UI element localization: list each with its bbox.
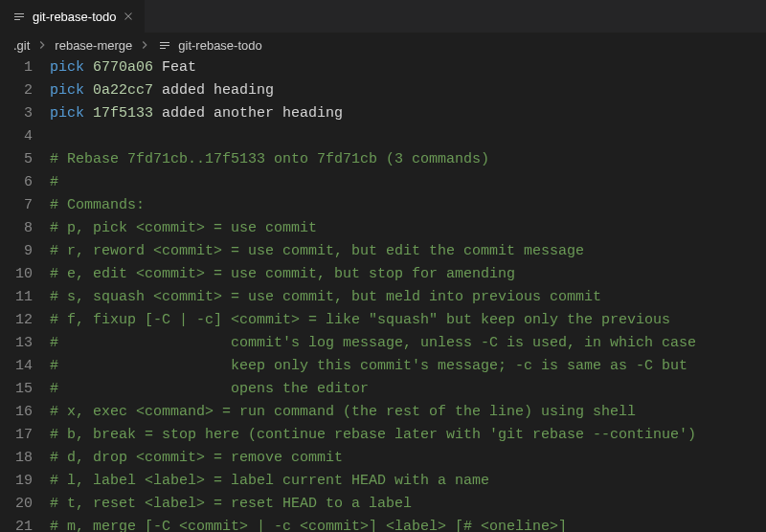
line-number: 18	[0, 447, 33, 470]
rebase-command: pick	[50, 105, 84, 122]
comment-text: # m, merge [-C <commit> | -c <commit>] <…	[50, 519, 567, 532]
code-line[interactable]: # keep only this commit's message; -c is…	[50, 355, 766, 378]
commit-message: Feat	[162, 59, 196, 76]
close-icon[interactable]	[122, 10, 135, 23]
line-number: 13	[0, 332, 33, 355]
code-line[interactable]: # p, pick <commit> = use commit	[50, 217, 766, 240]
code-line[interactable]: # commit's log message, unless -C is use…	[50, 332, 766, 355]
comment-text: # l, label <label> = label current HEAD …	[50, 473, 489, 489]
chevron-right-icon	[35, 38, 49, 52]
comment-text: # r, reword <commit> = use commit, but e…	[50, 243, 584, 259]
code-line[interactable]: # t, reset <label> = reset HEAD to a lab…	[50, 493, 766, 516]
comment-text: # b, break = stop here (continue rebase …	[50, 427, 696, 443]
line-number: 14	[0, 355, 33, 378]
line-number: 17	[0, 424, 33, 447]
comment-text: # f, fixup [-C | -c] <commit> = like "sq…	[50, 312, 670, 328]
editor-content[interactable]: pick 6770a06 Featpick 0a22cc7 added head…	[50, 56, 766, 532]
comment-text: # opens the editor	[50, 381, 369, 397]
editor[interactable]: 123456789101112131415161718192021 pick 6…	[0, 56, 766, 532]
code-line[interactable]: pick 17f5133 added another heading	[50, 102, 766, 125]
commit-hash: 17f5133	[93, 105, 153, 122]
code-line[interactable]: # x, exec <command> = run command (the r…	[50, 401, 766, 424]
code-line[interactable]: pick 6770a06 Feat	[50, 56, 766, 79]
file-icon	[11, 9, 27, 24]
rebase-command: pick	[50, 59, 84, 76]
line-number: 8	[0, 217, 33, 240]
code-line[interactable]: #	[50, 171, 766, 194]
line-number: 6	[0, 171, 33, 194]
line-number: 7	[0, 194, 33, 217]
line-number-gutter: 123456789101112131415161718192021	[0, 56, 50, 532]
chevron-right-icon	[138, 38, 151, 52]
commit-hash: 6770a06	[93, 59, 153, 76]
line-number: 4	[0, 125, 33, 148]
line-number: 16	[0, 401, 33, 424]
comment-text: # s, squash <commit> = use commit, but m…	[50, 289, 601, 305]
code-line[interactable]	[50, 125, 766, 148]
code-line[interactable]: # e, edit <commit> = use commit, but sto…	[50, 263, 766, 286]
line-number: 20	[0, 493, 33, 516]
breadcrumb-item[interactable]: rebase-merge	[55, 38, 132, 53]
code-line[interactable]: # s, squash <commit> = use commit, but m…	[50, 286, 766, 309]
breadcrumb[interactable]: .git rebase-merge git-rebase-todo	[0, 33, 766, 56]
comment-text: # keep only this commit's message; -c is…	[50, 358, 687, 374]
comment-text: # Commands:	[50, 197, 145, 213]
commit-message: added heading	[162, 82, 274, 99]
line-number: 11	[0, 286, 33, 309]
breadcrumb-item[interactable]: .git	[13, 38, 30, 53]
comment-text: #	[50, 174, 58, 190]
code-line[interactable]: # b, break = stop here (continue rebase …	[50, 424, 766, 447]
line-number: 3	[0, 102, 33, 125]
code-line[interactable]: # opens the editor	[50, 378, 766, 401]
file-icon	[157, 37, 172, 53]
line-number: 1	[0, 56, 33, 79]
line-number: 21	[0, 516, 33, 532]
commit-message: added another heading	[162, 105, 343, 122]
comment-text: # commit's log message, unless -C is use…	[50, 335, 696, 351]
line-number: 19	[0, 470, 33, 493]
code-line[interactable]: # Rebase 7fd71cb..17f5133 onto 7fd71cb (…	[50, 148, 766, 171]
comment-text: # t, reset <label> = reset HEAD to a lab…	[50, 496, 412, 512]
comment-text: # x, exec <command> = run command (the r…	[50, 404, 636, 420]
code-line[interactable]: # Commands:	[50, 194, 766, 217]
comment-text: # Rebase 7fd71cb..17f5133 onto 7fd71cb (…	[50, 151, 489, 167]
line-number: 10	[0, 263, 33, 286]
line-number: 5	[0, 148, 33, 171]
code-line[interactable]: # r, reword <commit> = use commit, but e…	[50, 240, 766, 263]
code-line[interactable]: # l, label <label> = label current HEAD …	[50, 470, 766, 493]
line-number: 9	[0, 240, 33, 263]
commit-hash: 0a22cc7	[93, 82, 153, 99]
tab-bar: git-rebase-todo	[0, 0, 766, 33]
comment-text: # d, drop <commit> = remove commit	[50, 450, 343, 466]
code-line[interactable]: # f, fixup [-C | -c] <commit> = like "sq…	[50, 309, 766, 332]
tab-git-rebase-todo[interactable]: git-rebase-todo	[0, 0, 146, 33]
line-number: 15	[0, 378, 33, 401]
rebase-command: pick	[50, 82, 84, 99]
breadcrumb-item[interactable]: git-rebase-todo	[178, 38, 261, 53]
code-line[interactable]: pick 0a22cc7 added heading	[50, 79, 766, 102]
tab-title: git-rebase-todo	[33, 10, 116, 24]
code-line[interactable]: # m, merge [-C <commit> | -c <commit>] <…	[50, 516, 766, 532]
comment-text: # e, edit <commit> = use commit, but sto…	[50, 266, 515, 282]
line-number: 12	[0, 309, 33, 332]
line-number: 2	[0, 79, 33, 102]
code-line[interactable]: # d, drop <commit> = remove commit	[50, 447, 766, 470]
comment-text: # p, pick <commit> = use commit	[50, 220, 317, 236]
